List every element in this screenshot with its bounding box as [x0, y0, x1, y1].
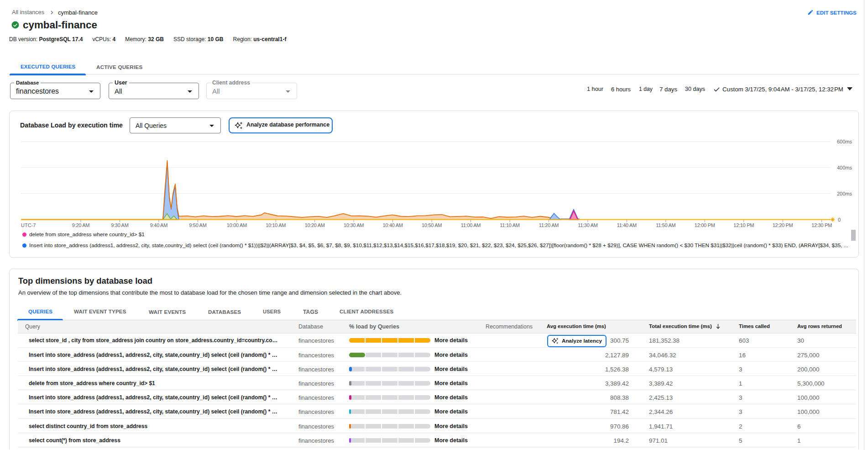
svg-text:400ms: 400ms	[837, 165, 852, 170]
svg-text:9:30 AM: 9:30 AM	[111, 222, 128, 228]
svg-text:11:20 AM: 11:20 AM	[539, 222, 559, 228]
svg-text:11:10 AM: 11:10 AM	[500, 222, 519, 228]
svg-text:12:10 PM: 12:10 PM	[733, 222, 754, 228]
svg-text:10:50 AM: 10:50 AM	[422, 222, 442, 228]
svg-text:12:20 PM: 12:20 PM	[773, 222, 793, 228]
svg-text:9:50 AM: 9:50 AM	[189, 222, 206, 228]
svg-text:UTC-7: UTC-7	[21, 222, 36, 228]
svg-text:10:10 AM: 10:10 AM	[266, 222, 286, 228]
svg-text:10:00 AM: 10:00 AM	[227, 222, 247, 228]
svg-text:9:20 AM: 9:20 AM	[72, 222, 89, 228]
svg-text:200ms: 200ms	[837, 191, 852, 196]
svg-text:600ms: 600ms	[837, 139, 852, 144]
svg-text:10:20 AM: 10:20 AM	[305, 222, 325, 228]
svg-text:11:30 AM: 11:30 AM	[578, 222, 597, 228]
svg-text:12:00 PM: 12:00 PM	[695, 222, 715, 228]
svg-text:10:30 AM: 10:30 AM	[344, 222, 364, 228]
svg-text:11:00 AM: 11:00 AM	[461, 222, 481, 228]
svg-text:11:40 AM: 11:40 AM	[617, 222, 637, 228]
svg-text:12:30 PM: 12:30 PM	[811, 222, 832, 228]
svg-text:10:40 AM: 10:40 AM	[383, 222, 403, 228]
svg-text:0: 0	[838, 217, 841, 222]
svg-text:11:50 AM: 11:50 AM	[656, 222, 675, 228]
svg-text:9:40 AM: 9:40 AM	[150, 222, 167, 228]
